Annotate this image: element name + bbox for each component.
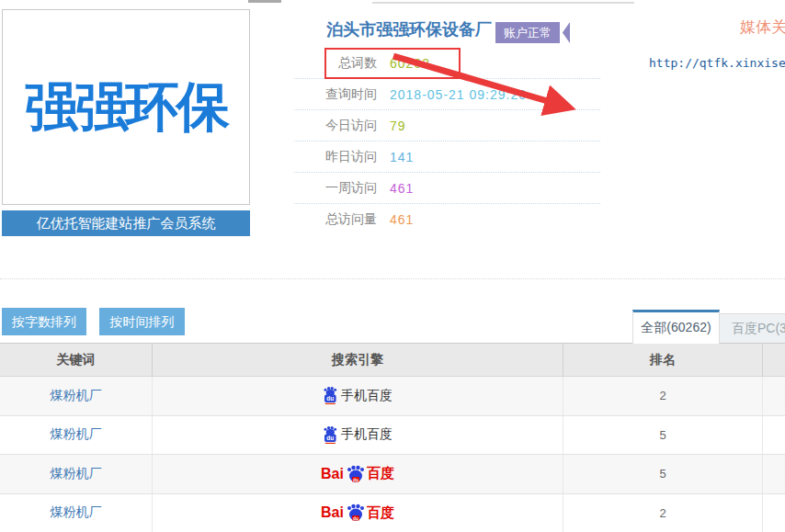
baidu-logo-cn-text: 百度 — [367, 465, 394, 482]
engine-cell: du 手机百度 du — [153, 416, 563, 455]
total-words-highlight-box — [324, 48, 461, 79]
keywords-table: 关键词 搜索引擎 排名 煤粉机厂 du 手机百度 — [0, 343, 785, 532]
stat-label: 查询时间 — [294, 86, 377, 103]
stat-row: 今日访问 79 — [294, 110, 600, 141]
keyword-link[interactable]: 煤粉机厂 — [51, 388, 102, 404]
extra-cell — [763, 494, 785, 532]
table-row: 煤粉机厂 du 手机百度 — [0, 377, 785, 416]
member-system-banner: 亿优托智能建站推广会员系统 — [2, 210, 250, 236]
media-section-heading: 媒体关 — [740, 17, 785, 38]
page-title: 泊头市强强环保设备厂 — [326, 18, 492, 40]
baidu-pc-logo: Bai du 百度 — [321, 504, 394, 522]
mobile-baidu-paw-icon: du — [323, 387, 337, 404]
account-status-badge: 账户正常 — [495, 22, 570, 43]
media-url-link[interactable]: http://qtfk.xinxisea. — [649, 56, 785, 70]
rank-value: 2 — [659, 389, 666, 402]
company-logo-text: 强强环保 — [25, 72, 227, 143]
stat-row: 总访问量 461 — [294, 204, 600, 234]
mobile-baidu-paw-icon: du — [323, 426, 337, 444]
svg-text:du: du — [353, 477, 358, 481]
baidu-logo-cn-text: 百度 — [367, 504, 394, 522]
extra-cell — [763, 377, 785, 415]
sort-by-time-button[interactable]: 按时间排列 — [99, 308, 185, 335]
extra-cell — [763, 416, 785, 455]
engine-label: 手机百度 — [341, 426, 392, 443]
header-cell-keyword: 关键词 — [0, 344, 153, 376]
stat-row: 昨日访问 141 — [294, 141, 600, 173]
header-cell-engine: 搜索引擎 — [153, 344, 563, 376]
header-cell-extra — [763, 344, 785, 376]
cutoff-line — [372, 2, 634, 4]
page: 强强环保 亿优托智能建站推广会员系统 泊头市强强环保设备厂 账户正常 总词数 6… — [0, 0, 785, 532]
stat-row: 查询时间 2018-05-21 09:29:20 — [294, 79, 600, 110]
status-badge-label: 账户正常 — [495, 22, 560, 43]
keyword-cell: 煤粉机厂 — [0, 416, 153, 455]
baidu-logo-bai-text: Bai — [321, 466, 344, 482]
stat-value: 461 — [390, 181, 414, 196]
mobile-baidu-logo: du 手机百度 — [323, 387, 392, 404]
mobile-baidu-logo: du 手机百度 — [323, 426, 392, 444]
rank-value: 5 — [659, 428, 666, 442]
stat-value: 2018-05-21 09:29:20 — [390, 87, 527, 102]
engine-cell: du 手机百度 du — [153, 377, 563, 415]
keyword-link[interactable]: 煤粉机厂 — [51, 466, 102, 482]
table-row: 煤粉机厂 du 手机百度 — [0, 416, 785, 456]
cutoff-line — [248, 0, 281, 3]
keyword-cell: 煤粉机厂 — [0, 377, 153, 415]
stat-label: 总访问量 — [294, 211, 377, 228]
tab-all-keywords[interactable]: 全部(60262) — [632, 310, 720, 344]
rank-cell: 2 — [563, 377, 763, 415]
stat-label: 昨日访问 — [294, 149, 377, 165]
svg-text:du: du — [326, 435, 334, 441]
section-divider — [0, 278, 785, 279]
keyword-link[interactable]: 煤粉机厂 — [51, 504, 102, 521]
stat-value: 79 — [390, 119, 406, 133]
table-body: 煤粉机厂 du 手机百度 — [0, 377, 785, 532]
stat-value: 141 — [390, 150, 414, 164]
extra-cell — [763, 455, 785, 493]
engine-label: 手机百度 — [341, 388, 392, 404]
keyword-cell: 煤粉机厂 — [0, 455, 153, 493]
stat-label: 一周访问 — [294, 180, 377, 197]
engine-cell: du Bai du 百度 — [153, 494, 563, 532]
baidu-pc-logo: Bai du 百度 — [321, 465, 394, 483]
keyword-link[interactable]: 煤粉机厂 — [51, 426, 102, 443]
table-header-row: 关键词 搜索引擎 排名 — [0, 344, 785, 377]
engine-cell: du Bai du 百度 — [153, 455, 563, 493]
table-row: 煤粉机厂 du Bai — [0, 494, 785, 532]
baidu-logo-bai-text: Bai — [321, 504, 344, 521]
rank-cell: 2 — [563, 494, 763, 532]
sort-by-words-button[interactable]: 按字数排列 — [2, 308, 86, 335]
rank-cell: 5 — [563, 416, 763, 455]
tab-baidu-pc[interactable]: 百度PC(30 — [719, 313, 785, 344]
status-badge-tail-icon — [562, 22, 570, 43]
keyword-cell: 煤粉机厂 — [0, 494, 153, 532]
baidu-paw-icon: du — [346, 504, 365, 522]
rank-cell: 5 — [563, 455, 763, 493]
svg-text:du: du — [353, 516, 358, 521]
header-cell-rank: 排名 — [563, 344, 763, 376]
stat-row: 一周访问 461 — [294, 173, 600, 204]
company-logo: 强强环保 — [2, 9, 250, 205]
rank-value: 2 — [659, 506, 666, 520]
rank-value: 5 — [659, 467, 666, 481]
stat-value: 461 — [390, 212, 414, 227]
stat-label: 今日访问 — [294, 118, 377, 134]
table-row: 煤粉机厂 du Bai — [0, 455, 785, 494]
baidu-paw-icon: du — [346, 465, 365, 483]
svg-text:du: du — [326, 395, 334, 402]
